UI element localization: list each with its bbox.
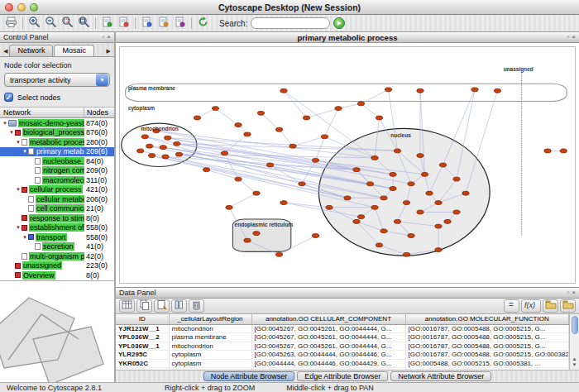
tree-row[interactable]: multi-organism process42(0) <box>0 251 114 261</box>
graph-node[interactable] <box>266 163 273 167</box>
float-view-icon[interactable]: ▫ <box>567 34 569 41</box>
expander-icon[interactable]: ▼ <box>8 129 15 136</box>
graph-node[interactable] <box>408 234 414 238</box>
column-header[interactable]: annotation.GO MOLECULAR_FUNCTION <box>405 314 569 324</box>
graph-node[interactable] <box>417 154 423 158</box>
graph-node[interactable] <box>462 191 469 195</box>
graph-node[interactable] <box>160 146 166 150</box>
tab-network[interactable]: Network <box>9 45 53 56</box>
column-select-button[interactable] <box>171 299 187 313</box>
graph-edge[interactable] <box>225 153 239 179</box>
graph-edge[interactable] <box>361 103 380 117</box>
zoom-out-button[interactable] <box>43 16 59 31</box>
graph-node[interactable] <box>253 232 260 236</box>
column-header[interactable]: annotation.GO CELLULAR_COMPONENT <box>251 314 405 324</box>
network-view-titlebar[interactable]: primary metabolic process ▫ × <box>116 32 579 43</box>
graph-node[interactable] <box>394 219 400 223</box>
network-canvas[interactable]: plasma membranecytoplasmmitochondrionnuc… <box>119 46 576 284</box>
network-graph[interactable] <box>120 47 575 283</box>
tree-row[interactable]: response to stimulus8(0) <box>0 213 114 223</box>
graph-node[interactable] <box>444 219 451 223</box>
graph-node[interactable] <box>275 127 282 131</box>
graph-node[interactable] <box>257 111 264 115</box>
table-row[interactable]: YJR121W__1mitochondrion[GO:0045267, GO:0… <box>116 324 569 333</box>
attribute-table-button[interactable] <box>119 299 135 313</box>
graph-node[interactable] <box>226 205 232 209</box>
graph-edge[interactable] <box>238 179 256 194</box>
graph-node[interactable] <box>303 116 309 120</box>
import-attributes-button[interactable] <box>543 299 558 313</box>
tree-row[interactable]: ▼mosaic-demo-yeast874(0) <box>0 118 114 128</box>
graph-node[interactable] <box>421 172 428 176</box>
graph-edge[interactable] <box>284 91 307 118</box>
function-builder-button[interactable]: f(x) <box>521 299 541 313</box>
tree-row[interactable]: ▼transport558(0) <box>0 232 114 242</box>
graph-node[interactable] <box>435 248 442 252</box>
expander-icon[interactable]: ▼ <box>22 234 28 241</box>
graph-node[interactable] <box>394 149 400 153</box>
graph-node[interactable] <box>494 88 500 93</box>
graph-edge[interactable] <box>261 113 280 130</box>
expander-icon[interactable]: ▼ <box>15 186 22 193</box>
graph-node[interactable] <box>148 154 155 158</box>
tab-network-attribute-browser[interactable]: Network Attribute Browser <box>390 371 491 381</box>
scrollbar-arrows-icon[interactable]: ▲▼ <box>572 356 577 370</box>
expander-icon[interactable]: ▼ <box>15 139 22 146</box>
graph-edge[interactable] <box>307 108 339 117</box>
import-attributes-button[interactable] <box>116 16 132 31</box>
close-panel-icon[interactable]: × <box>572 289 576 296</box>
graph-node[interactable] <box>426 191 433 195</box>
import-network-button[interactable] <box>99 16 115 31</box>
graph-node[interactable] <box>380 196 387 200</box>
graph-node[interactable] <box>221 151 227 155</box>
graph-node[interactable] <box>175 152 182 156</box>
float-panel-icon[interactable]: ▫ <box>102 34 104 41</box>
graph-node[interactable] <box>280 201 287 205</box>
tab-mosaic[interactable]: Mosaic <box>54 45 94 56</box>
graph-node[interactable] <box>137 149 144 153</box>
tree-row[interactable]: unassigned223(0) <box>0 261 114 271</box>
vizmapper-button[interactable] <box>156 16 171 31</box>
tab-scroll-left-icon[interactable]: ◀ <box>2 48 9 56</box>
window-titlebar[interactable]: Cytoscape Desktop (New Session) <box>0 0 579 15</box>
graph-node[interactable] <box>235 123 242 127</box>
table-row[interactable]: YPL036W__1mitochondrion[GO:0045267, GO:0… <box>116 342 569 351</box>
tree-row[interactable]: cellular metabolic process206(0) <box>0 194 114 204</box>
tab-node-attribute-browser[interactable]: Node Attribute Browser <box>203 371 295 381</box>
graph-node[interactable] <box>439 163 446 167</box>
graph-node[interactable] <box>471 88 478 92</box>
equation-button[interactable]: = <box>504 299 519 313</box>
tree-row[interactable]: ▼biological_process876(0) <box>0 128 114 138</box>
zoom-selected-button[interactable] <box>60 16 75 31</box>
graph-node[interactable] <box>146 144 153 148</box>
tree-row[interactable]: ▼metabolic process280(0) <box>0 137 114 147</box>
graph-node[interactable] <box>321 135 328 139</box>
graph-node[interactable] <box>174 141 180 146</box>
expander-icon[interactable]: ▼ <box>22 148 28 155</box>
graph-edge[interactable] <box>216 108 239 125</box>
graph-node[interactable] <box>253 191 260 195</box>
graph-edge[interactable] <box>229 194 256 208</box>
tree-row[interactable]: nitrogen compound metabolic...209(0) <box>0 166 114 176</box>
graph-node[interactable] <box>353 219 360 223</box>
delete-attribute-button[interactable] <box>189 299 204 313</box>
scrollbar-thumb[interactable] <box>572 316 578 334</box>
graph-node[interactable] <box>344 196 351 200</box>
graph-node[interactable] <box>417 210 423 214</box>
birdseye-view[interactable] <box>0 280 114 382</box>
tree-row[interactable]: macromolecule metabolic proc...311(0) <box>0 175 114 185</box>
graph-node[interactable] <box>299 182 305 186</box>
graph-node[interactable] <box>357 102 364 106</box>
tree-row[interactable]: ▼cellular process421(0) <box>0 185 114 195</box>
graph-node[interactable] <box>290 144 296 148</box>
open-attributes-button[interactable] <box>560 299 576 313</box>
search-go-button[interactable]: ▶ <box>333 17 345 29</box>
refresh-layout-button[interactable] <box>195 16 211 31</box>
graph-node[interactable] <box>403 252 409 256</box>
graph-node[interactable] <box>376 243 382 247</box>
graph-node[interactable] <box>371 205 378 209</box>
tree-row[interactable]: ▼establishment of localization558(0) <box>0 223 114 233</box>
graph-node[interactable] <box>390 172 396 176</box>
graph-node[interactable] <box>390 187 396 191</box>
expander-icon[interactable]: ▼ <box>2 120 8 127</box>
